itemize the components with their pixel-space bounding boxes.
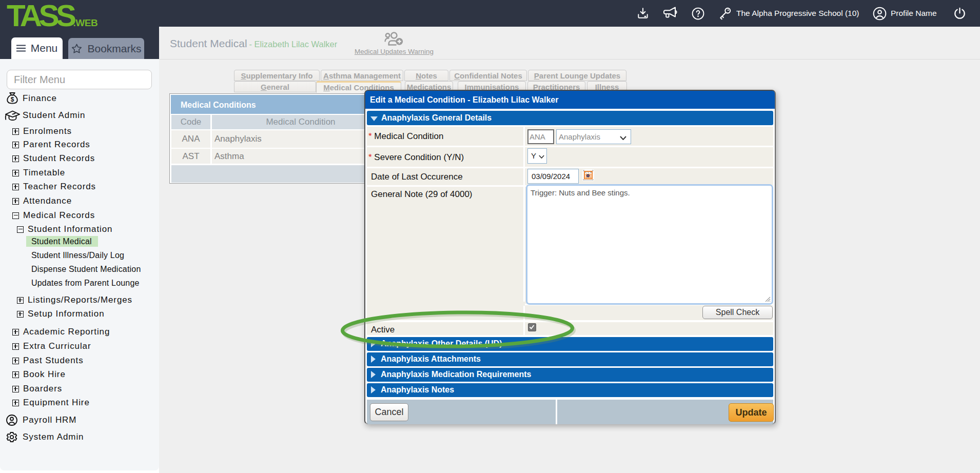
svg-text:$: $	[11, 96, 14, 103]
